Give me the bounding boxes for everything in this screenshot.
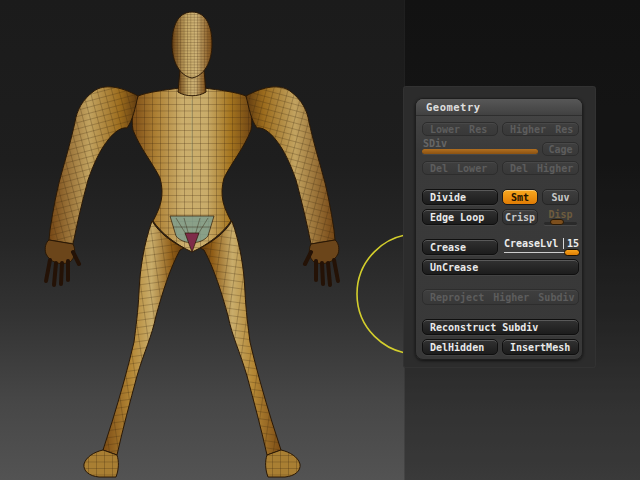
crease-lvl-value: 15 (563, 238, 579, 249)
edge-loop-button[interactable]: Edge Loop (422, 209, 498, 225)
geometry-panel: Geometry Lower Res Higher Res SDiv Cage … (415, 98, 583, 360)
reproject-higher-subdiv-button: Reproject Higher Subdiv (422, 289, 579, 305)
zbrush-window: Geometry Lower Res Higher Res SDiv Cage … (0, 0, 640, 480)
crisp-toggle[interactable]: Crisp (502, 209, 538, 225)
smt-toggle[interactable]: Smt (502, 189, 538, 205)
reconstruct-subdiv-button[interactable]: Reconstruct Subdiv (422, 319, 579, 335)
suv-toggle[interactable]: Suv (542, 189, 579, 205)
sdiv-slider (422, 149, 538, 154)
higher-res-button: Higher Res (502, 122, 579, 136)
uncrease-button[interactable]: UnCrease (422, 259, 579, 275)
geometry-panel-header[interactable]: Geometry (416, 99, 582, 116)
mesh-left-arm (49, 87, 138, 244)
insert-mesh-button[interactable]: InsertMesh (502, 339, 579, 355)
disp-slider-handle (550, 219, 564, 225)
del-hidden-button[interactable]: DelHidden (422, 339, 498, 355)
mesh-right-arm (246, 87, 335, 244)
del-lower-button: Del Lower (422, 161, 498, 175)
cage-button: Cage (542, 142, 579, 156)
sdiv-slider-label: SDiv (423, 138, 447, 149)
lower-res-button: Lower Res (422, 122, 498, 136)
crease-lvl-label: CreaseLvl (504, 238, 561, 249)
del-higher-button: Del Higher (502, 161, 579, 175)
crease-lvl-handle[interactable] (564, 249, 580, 256)
mesh-head (172, 12, 212, 96)
mesh-right-leg (200, 221, 281, 455)
mesh-left-hand (45, 240, 79, 285)
mesh-left-leg (103, 221, 184, 455)
crease-lvl-slider[interactable]: CreaseLvl 15 (504, 238, 579, 255)
humanoid-mesh-render (0, 0, 404, 480)
divide-button[interactable]: Divide (422, 189, 498, 205)
mesh-right-hand (305, 240, 339, 285)
crease-button[interactable]: Crease (422, 239, 498, 255)
brush-ring (357, 234, 404, 354)
sculpt-viewport[interactable] (0, 0, 404, 480)
crease-lvl-text: CreaseLvl 15 (504, 238, 579, 249)
sdiv-slider-fill (422, 149, 538, 154)
